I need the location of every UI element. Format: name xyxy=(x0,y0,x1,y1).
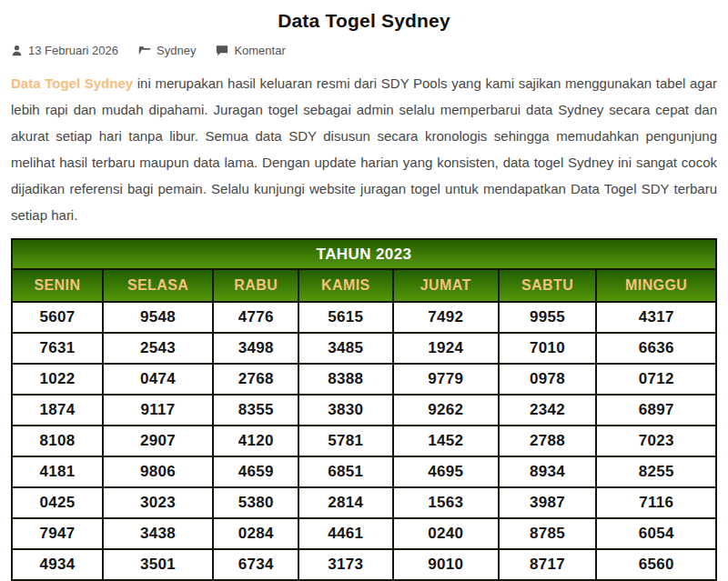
result-cell: 7631 xyxy=(12,333,103,364)
result-cell: 4317 xyxy=(596,302,716,333)
result-cell: 6734 xyxy=(213,549,298,580)
result-cell: 3485 xyxy=(298,333,393,364)
day-header-kamis: KAMIS xyxy=(298,269,393,302)
result-cell: 9010 xyxy=(393,549,499,580)
result-cell: 7947 xyxy=(12,518,103,549)
user-icon xyxy=(11,45,23,56)
result-cell: 4461 xyxy=(298,518,393,549)
result-cell: 8717 xyxy=(499,549,597,580)
result-cell: 5607 xyxy=(12,302,103,333)
result-cell: 4776 xyxy=(213,302,298,333)
result-cell: 2907 xyxy=(103,426,214,456)
result-cell: 9955 xyxy=(499,302,597,333)
result-cell: 2814 xyxy=(298,487,393,518)
table-row: 5607954847765615749299554317 xyxy=(12,302,716,333)
table-row: 1874911783553830926223426897 xyxy=(12,395,716,426)
result-cell: 8255 xyxy=(596,456,716,487)
table-row: 1022047427688388977909780712 xyxy=(12,364,716,395)
result-cell: 6897 xyxy=(596,395,716,426)
result-cell: 9548 xyxy=(103,302,214,333)
post-date-label: 13 Februari 2026 xyxy=(28,44,118,57)
result-cell: 1452 xyxy=(393,426,499,456)
category-label: Sydney xyxy=(157,44,196,57)
result-cell: 9806 xyxy=(103,456,214,487)
result-cell: 4934 xyxy=(12,549,103,580)
result-cell: 8785 xyxy=(499,518,597,549)
article: Data Togel Sydney 13 Februari 2026 Sydne… xyxy=(0,10,728,581)
day-header-row: SENINSELASARABUKAMISJUMATSABTUMINGGU xyxy=(12,269,716,302)
result-cell: 6636 xyxy=(596,333,716,364)
table-row: 7947343802844461024087856054 xyxy=(12,518,716,549)
result-cell: 0712 xyxy=(596,364,716,395)
folder-icon xyxy=(138,45,151,56)
result-cell: 0474 xyxy=(103,364,214,395)
result-cell: 0978 xyxy=(499,364,597,395)
result-cell: 3438 xyxy=(103,518,214,549)
result-cell: 5781 xyxy=(298,426,393,456)
result-cell: 2342 xyxy=(499,395,597,426)
result-cell: 1022 xyxy=(12,364,103,395)
table-row: 4934350167343173901087176560 xyxy=(12,549,716,580)
year-header-row: TAHUN 2023 xyxy=(12,239,716,269)
day-header-jumat: JUMAT xyxy=(393,269,499,302)
result-cell: 9779 xyxy=(393,364,499,395)
result-cell: 5380 xyxy=(213,487,298,518)
day-header-senin: SENIN xyxy=(12,269,103,302)
result-cell: 7492 xyxy=(393,302,499,333)
result-cell: 4181 xyxy=(12,456,103,487)
result-cell: 2543 xyxy=(103,333,214,364)
result-cell: 7116 xyxy=(596,487,716,518)
comment-icon xyxy=(216,45,228,56)
post-meta: 13 Februari 2026 Sydney Komentar xyxy=(11,44,717,57)
result-cell: 5615 xyxy=(298,302,393,333)
result-cell: 1924 xyxy=(393,333,499,364)
result-cell: 1563 xyxy=(393,487,499,518)
table-row: 7631254334983485192470106636 xyxy=(12,333,716,364)
result-cell: 4695 xyxy=(393,456,499,487)
result-cell: 7023 xyxy=(596,426,716,456)
intro-paragraph: Data Togel Sydney ini merupakan hasil ke… xyxy=(11,70,717,228)
result-cell: 6054 xyxy=(596,518,716,549)
result-cell: 3023 xyxy=(103,487,214,518)
result-cell: 2768 xyxy=(213,364,298,395)
result-cell: 4659 xyxy=(213,456,298,487)
table-row: 4181980646596851469589348255 xyxy=(12,456,716,487)
result-cell: 9117 xyxy=(103,395,214,426)
day-header-selasa: SELASA xyxy=(103,269,214,302)
category-link[interactable]: Sydney xyxy=(138,44,196,57)
result-cell: 3987 xyxy=(499,487,597,518)
day-header-sabtu: SABTU xyxy=(499,269,597,302)
result-cell: 0240 xyxy=(393,518,499,549)
result-cell: 8388 xyxy=(298,364,393,395)
result-cell: 0425 xyxy=(12,487,103,518)
result-cell: 3830 xyxy=(298,395,393,426)
result-cell: 3498 xyxy=(213,333,298,364)
comments-link[interactable]: Komentar xyxy=(216,44,285,57)
comments-label: Komentar xyxy=(234,44,285,57)
day-header-minggu: MINGGU xyxy=(596,269,716,302)
day-header-rabu: RABU xyxy=(213,269,298,302)
result-cell: 7010 xyxy=(499,333,597,364)
result-cell: 6560 xyxy=(596,549,716,580)
result-cell: 1874 xyxy=(12,395,103,426)
result-cell: 3173 xyxy=(298,549,393,580)
results-table: TAHUN 2023 SENINSELASARABUKAMISJUMATSABT… xyxy=(11,238,717,581)
intro-text: ini merupakan hasil keluaran resmi dari … xyxy=(11,75,717,223)
post-date: 13 Februari 2026 xyxy=(11,44,118,57)
result-cell: 9262 xyxy=(393,395,499,426)
page-title: Data Togel Sydney xyxy=(11,10,717,32)
result-cell: 4120 xyxy=(213,426,298,456)
result-cell: 8934 xyxy=(499,456,597,487)
result-cell: 8108 xyxy=(12,426,103,456)
table-row: 8108290741205781145227887023 xyxy=(12,426,716,456)
results-body: 5607954847765615749299554317763125433498… xyxy=(12,302,716,581)
year-caption: TAHUN 2023 xyxy=(12,239,716,269)
result-cell: 0284 xyxy=(213,518,298,549)
keyword-link[interactable]: Data Togel Sydney xyxy=(11,75,133,91)
result-cell: 8355 xyxy=(213,395,298,426)
result-cell: 2788 xyxy=(499,426,597,456)
result-cell: 3501 xyxy=(103,549,214,580)
table-row: 0425302353802814156339877116 xyxy=(12,487,716,518)
result-cell: 6851 xyxy=(298,456,393,487)
